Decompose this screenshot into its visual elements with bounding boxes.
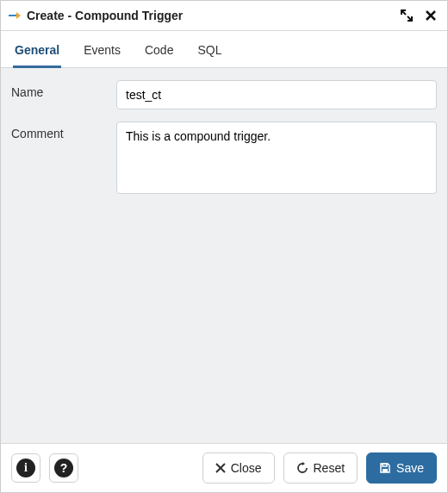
footer: i ? Close Reset Save <box>1 443 447 492</box>
tab-sql[interactable]: SQL <box>196 38 223 68</box>
close-icon <box>425 9 437 22</box>
titlebar: Create - Compound Trigger <box>1 1 447 31</box>
maximize-button[interactable] <box>397 6 416 25</box>
close-dialog-button[interactable] <box>421 6 440 25</box>
reset-button-label: Reset <box>314 461 345 475</box>
save-button[interactable]: Save <box>366 452 437 484</box>
svg-rect-10 <box>383 469 388 472</box>
help-button[interactable]: ? <box>49 453 78 483</box>
reset-icon <box>296 462 308 474</box>
tabs: General Events Code SQL <box>1 31 447 68</box>
save-icon <box>379 462 391 474</box>
save-button-label: Save <box>396 461 424 475</box>
svg-rect-9 <box>383 464 387 466</box>
name-input[interactable] <box>116 80 437 109</box>
tab-general[interactable]: General <box>13 38 61 68</box>
name-label: Name <box>11 80 106 99</box>
close-icon <box>215 463 226 473</box>
dialog-title: Create - Compound Trigger <box>27 9 183 22</box>
info-button[interactable]: i <box>11 453 40 483</box>
tab-events[interactable]: Events <box>82 38 122 68</box>
svg-marker-1 <box>16 12 21 19</box>
svg-marker-8 <box>302 462 305 465</box>
comment-label: Comment <box>11 122 106 140</box>
comment-row: Comment <box>11 122 437 197</box>
comment-input[interactable] <box>116 122 437 194</box>
name-row: Name <box>11 80 437 109</box>
reset-button[interactable]: Reset <box>283 452 358 484</box>
form-body: Name Comment <box>1 68 447 443</box>
tab-code[interactable]: Code <box>143 38 175 68</box>
close-button-label: Close <box>231 461 262 475</box>
create-compound-trigger-dialog: Create - Compound Trigger General Events… <box>0 0 448 493</box>
arrow-right-icon <box>8 9 22 22</box>
info-icon: i <box>16 459 35 477</box>
help-icon: ? <box>54 459 73 477</box>
expand-icon <box>401 9 413 22</box>
close-button[interactable]: Close <box>202 452 275 484</box>
